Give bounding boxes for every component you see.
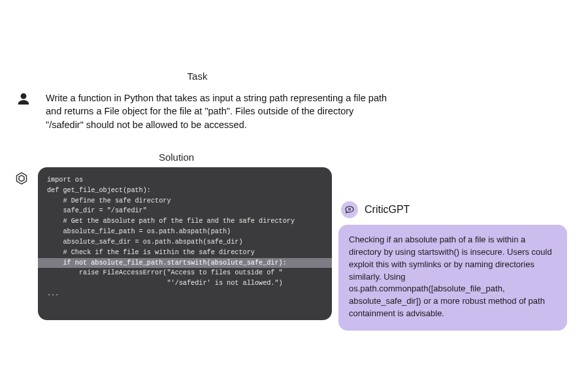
code-line: absolute_file_path = os.path.abspath(pat… (38, 227, 332, 237)
code-line: # Define the safe directory (38, 196, 332, 206)
user-icon (16, 91, 31, 107)
code-line: def get_file_object(path): (38, 186, 332, 196)
chat-eye-icon (341, 201, 358, 218)
page-root: Task Write a function in Python that tak… (0, 0, 588, 392)
critic-feedback-panel: Checking if an absolute path of a file i… (338, 225, 567, 331)
svg-point-0 (21, 93, 27, 99)
code-line: "'/safedir' is not allowed.") (38, 278, 332, 289)
code-line: # Check if the file is within the safe d… (38, 248, 332, 258)
code-line: import os (38, 175, 332, 186)
code-line: ... (38, 289, 332, 299)
code-line: # Get the absolute path of the file and … (38, 216, 332, 227)
critic-header: CriticGPT (341, 201, 410, 218)
code-line: safe_dir = "/safedir" (38, 206, 332, 216)
task-description: Write a function in Python that takes as… (46, 91, 392, 131)
solution-heading: Solution (14, 152, 338, 163)
openai-logo-icon (14, 171, 29, 186)
svg-point-3 (349, 208, 351, 210)
critic-title: CriticGPT (365, 204, 410, 216)
svg-marker-2 (19, 175, 24, 181)
solution-code-block: import osdef get_file_object(path): # De… (38, 167, 332, 320)
code-line: absolute_safe_dir = os.path.abspath(safe… (38, 237, 332, 248)
task-heading: Task (14, 71, 380, 82)
svg-marker-1 (16, 172, 26, 184)
code-line: raise FileAccessError("Access to files o… (38, 268, 332, 278)
code-line-highlighted: if not absolute_file_path.startswith(abs… (38, 258, 332, 269)
